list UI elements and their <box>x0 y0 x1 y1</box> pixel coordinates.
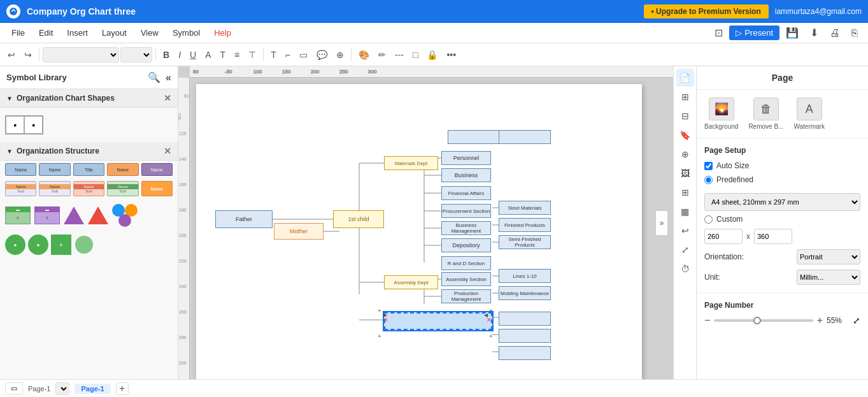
more-button[interactable]: ••• <box>443 48 460 62</box>
lock-button[interactable]: 🔒 <box>423 48 441 62</box>
expand-panel-button[interactable]: » <box>655 210 668 236</box>
menu-view[interactable]: View <box>134 25 165 40</box>
biz-mgmt-node[interactable]: Business Management <box>441 221 491 235</box>
bold-button[interactable]: B <box>159 48 173 62</box>
unit-select[interactable]: Millim... <box>797 270 860 285</box>
zoom-minus-button[interactable]: − <box>704 315 710 326</box>
fullscreen-button[interactable]: ⤢ <box>853 315 860 326</box>
child1-node[interactable]: 1st child <box>333 210 384 228</box>
tmpl-4[interactable]: Name <box>107 163 138 176</box>
prod-mgmt-node[interactable]: Production Management <box>441 289 491 303</box>
canvas-scroll[interactable]: Father Mother 1st child Materials Dept P… <box>190 78 673 379</box>
org-shapes-close[interactable]: ✕ <box>164 93 171 103</box>
table-icon[interactable]: ▦ <box>676 203 694 220</box>
auto-size-label[interactable]: Auto Size <box>704 161 749 170</box>
text-style-button[interactable]: T <box>216 48 229 62</box>
empty-box-2[interactable] <box>499 329 551 343</box>
expand2-icon[interactable]: ⤢ <box>676 241 694 259</box>
watermark-option[interactable]: A Watermark <box>793 97 825 130</box>
fill-color-button[interactable]: 🎨 <box>355 48 373 62</box>
mat-dept-node[interactable]: Materials Dept <box>384 156 438 170</box>
business-node[interactable]: Business <box>441 168 491 182</box>
line-style-button[interactable]: --- <box>391 48 408 62</box>
predefined-label[interactable]: Predefined <box>704 175 753 184</box>
green-circle-2[interactable]: ● <box>28 235 48 255</box>
share-icon[interactable]: ⎘ <box>846 25 863 41</box>
italic-button[interactable]: I <box>174 48 185 62</box>
org-structure-close[interactable]: ✕ <box>164 146 171 156</box>
purple-table-shape[interactable]: ▬ ≡ <box>34 206 60 224</box>
menu-file[interactable]: File <box>5 25 31 40</box>
connector-button[interactable]: ⌐ <box>281 48 294 62</box>
predefined-select[interactable]: A4 sheet, 210mm x 297 mm <box>704 193 860 211</box>
tmpl2-2[interactable]: Name Sub <box>39 181 70 196</box>
tmpl2-3[interactable]: Name Sub <box>73 181 104 196</box>
custom-label[interactable]: Custom <box>704 215 743 224</box>
line-color-button[interactable]: ✏ <box>374 48 390 62</box>
triangle-shape-2[interactable] <box>88 206 108 224</box>
arrow-icon[interactable]: ↩ <box>676 222 694 240</box>
remove-bg-icon[interactable]: 🗑 <box>753 97 779 120</box>
father-node[interactable]: Father <box>215 210 273 228</box>
tmpl2-4[interactable]: Name Sub <box>107 181 138 196</box>
text-align-button[interactable]: ⊤ <box>245 48 260 62</box>
print-icon[interactable]: 🖨 <box>825 25 845 41</box>
layers-icon[interactable]: ⊞ <box>676 88 694 106</box>
extra-button[interactable]: ⊕ <box>332 48 348 62</box>
top-box-1[interactable] <box>448 130 500 144</box>
org-chart-shapes-section[interactable]: ▼ Organization Chart Shapes ✕ <box>0 89 178 108</box>
stack-icon[interactable]: ⊕ <box>676 145 694 163</box>
menu-insert[interactable]: Insert <box>60 25 94 40</box>
download-icon[interactable]: ⬇ <box>805 24 823 41</box>
page-size-button[interactable]: ▭ <box>5 382 23 394</box>
org-shape-item[interactable]: ■ ■ <box>5 115 43 134</box>
width-input[interactable] <box>704 229 743 244</box>
top-box-2[interactable] <box>499 130 551 144</box>
handle-add-top[interactable]: + <box>378 307 381 314</box>
procurement-node[interactable]: Procurement Section <box>441 204 491 218</box>
search-icon[interactable]: 🔍 <box>148 71 160 83</box>
tmpl-1[interactable]: Name <box>5 163 36 176</box>
steel-node[interactable]: Steel Materials <box>499 201 551 215</box>
semi-fin-node[interactable]: Semi-Finished Products <box>499 235 551 249</box>
menu-symbol[interactable]: Symbol <box>166 25 206 40</box>
fin-affairs-node[interactable]: Financial Affairs <box>441 186 491 200</box>
predefined-radio[interactable] <box>704 176 713 184</box>
green-circle-half[interactable] <box>74 235 94 255</box>
menu-help[interactable]: Help <box>208 25 238 40</box>
bookmark-icon[interactable]: 🔖 <box>676 126 694 144</box>
background-option[interactable]: 🌄 Background <box>704 97 738 130</box>
collapse-sidebar-icon[interactable]: « <box>166 72 171 83</box>
tmpl-2[interactable]: Name <box>39 163 70 176</box>
page-select[interactable] <box>55 382 69 395</box>
zoom-slider[interactable] <box>714 319 813 322</box>
tmpl-5[interactable]: Name <box>141 163 173 176</box>
tmpl-3[interactable]: Title <box>73 163 104 176</box>
align-button[interactable]: ≡ <box>231 48 243 62</box>
zoom-plus-button[interactable]: + <box>817 315 823 326</box>
fin-prod-node[interactable]: Finished Products <box>499 218 551 232</box>
mother-node[interactable]: Mother <box>274 223 324 240</box>
undo-button[interactable]: ↩ <box>4 48 19 62</box>
height-input[interactable] <box>754 229 792 244</box>
handle-add-bottom[interactable]: + <box>378 333 381 340</box>
layers2-icon[interactable]: ⊟ <box>676 107 694 125</box>
triangle-shape[interactable] <box>64 206 84 224</box>
selected-node[interactable] <box>384 312 492 330</box>
auto-size-checkbox[interactable] <box>704 162 713 170</box>
no-fill-button[interactable]: □ <box>409 48 422 62</box>
handle-play[interactable]: ▶ <box>383 312 387 318</box>
remove-bg-option[interactable]: 🗑 Remove B... <box>748 97 783 130</box>
history-icon[interactable]: ⏱ <box>676 260 694 278</box>
molding-node[interactable]: Molding Maintenance <box>499 286 551 300</box>
handle-add-right[interactable]: + <box>489 307 493 314</box>
fullscreen-icon[interactable]: ⊡ <box>709 24 728 41</box>
background-icon[interactable]: 🌄 <box>709 97 734 120</box>
org-structure-section[interactable]: ▼ Organization Structure ✕ <box>0 142 178 161</box>
add-page-button[interactable]: + <box>116 382 129 395</box>
grid-icon[interactable]: ⊞ <box>676 184 694 201</box>
assy-section-node[interactable]: Assembly Section <box>441 272 491 286</box>
menu-edit[interactable]: Edit <box>32 25 59 40</box>
save-icon[interactable]: 💾 <box>781 24 804 41</box>
text-box-button[interactable]: T <box>267 48 280 62</box>
